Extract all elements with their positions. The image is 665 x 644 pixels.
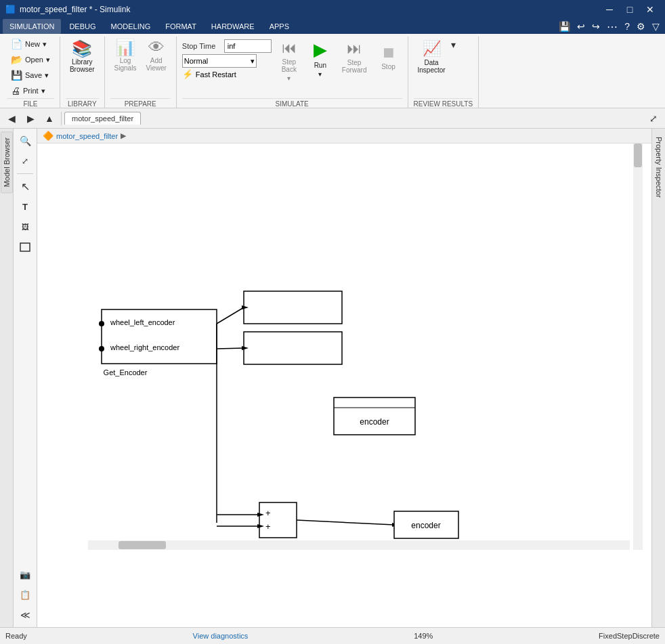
simulate-label: SIMULATE — [182, 98, 402, 108]
more-button[interactable]: ≪ — [16, 605, 35, 624]
encoder-display-label: encoder — [360, 417, 389, 427]
toolbar: ◀ ▶ ▲ motor_speed_filter ⤢ — [0, 108, 665, 129]
v-scrollbar-thumb[interactable] — [634, 144, 642, 167]
review-label: REVIEW RESULTS — [414, 98, 473, 108]
fit-view-button[interactable]: ⤢ — [16, 152, 35, 171]
simulation-mode: FixedStepDiscrete — [599, 632, 660, 640]
maximize-button[interactable]: □ — [620, 3, 639, 16]
tools-separator-1 — [17, 173, 33, 174]
data-inspector-button[interactable]: 📈 DataInspector — [414, 37, 450, 77]
step-forward-button[interactable]: ⏭ StepForward — [338, 37, 371, 77]
close-button[interactable]: ✕ — [641, 3, 660, 16]
svg-rect-0 — [20, 243, 30, 251]
breadcrumb: 🔶 motor_speed_filter ▶ — [37, 129, 651, 144]
zoom-fit-button[interactable]: 🔍 — [16, 131, 35, 150]
text-tool-button[interactable]: T — [16, 197, 35, 216]
print-icon: 🖨 — [11, 85, 20, 96]
stop-time-row: Stop Time — [182, 39, 272, 53]
port-dot-left1 — [99, 321, 104, 326]
window-title: motor_speed_filter * - Simulink — [20, 5, 130, 14]
review-buttons: 📈 DataInspector ▾ — [414, 37, 456, 98]
breadcrumb-model[interactable]: motor_speed_filter — [56, 132, 118, 140]
simulate-buttons: Stop Time Normal ▾ ⚡ Fast Restart — [182, 37, 402, 98]
minimize-button[interactable]: ─ — [600, 3, 619, 16]
library-buttons: 📚 LibraryBrowser — [66, 37, 99, 98]
model-tab[interactable]: motor_speed_filter — [64, 112, 141, 125]
model-icon: 🔶 — [43, 131, 53, 141]
titlebar: 🟦 motor_speed_filter * - Simulink ─ □ ✕ — [0, 0, 665, 19]
box-tool-button[interactable] — [16, 238, 35, 257]
box-icon — [20, 242, 30, 252]
step-back-button[interactable]: ⏮ StepBack ▾ — [276, 37, 303, 85]
file-label: FILE — [7, 98, 54, 108]
back-button[interactable]: ◀ — [3, 110, 20, 127]
canvas-scroll[interactable]: wheel_left_encoder wheel_right_encoder G… — [37, 144, 651, 627]
stop-button[interactable]: ⏹ Stop — [375, 37, 402, 77]
bottom-tools: 📷 📋 ≪ — [16, 565, 35, 624]
library-browser-button[interactable]: 📚 LibraryBrowser — [66, 37, 99, 77]
print-button[interactable]: 🖨 Print ▾ — [7, 83, 54, 98]
quick-undo-icon[interactable]: ↩ — [574, 20, 588, 33]
ribbon-content: 📄 New ▾ 📂 Open ▾ 💾 Save ▾ — [0, 34, 665, 108]
app-icon: 🟦 — [5, 5, 16, 14]
run-button[interactable]: ▶ Run ▾ — [307, 37, 334, 81]
ready-text: Ready — [5, 632, 27, 640]
quick-save-icon[interactable]: 💾 — [556, 20, 573, 33]
mode-select[interactable]: Normal ▾ — [182, 54, 257, 68]
hierarchy-button[interactable]: 📋 — [16, 585, 35, 604]
statusbar: Ready View diagnostics 149% FixedStepDis… — [0, 627, 665, 644]
stop-time-area: Stop Time Normal ▾ ⚡ Fast Restart — [182, 37, 272, 82]
titlebar-left: 🟦 motor_speed_filter * - Simulink — [5, 5, 130, 14]
data-inspector-icon: 📈 — [423, 40, 441, 58]
empty-block-1[interactable] — [244, 291, 342, 324]
ribbon-collapse-icon[interactable]: ▽ — [649, 20, 662, 33]
model-browser-tab[interactable]: Model Browser — [1, 131, 13, 193]
add-viewer-icon: 👁 — [148, 39, 165, 56]
library-browser-icon: 📚 — [72, 41, 92, 57]
run-icon: ▶ — [314, 39, 327, 60]
add-viewer-button[interactable]: 👁 AddViewer — [142, 37, 170, 74]
stop-time-label: Stop Time — [182, 42, 221, 50]
arrow-tool-button[interactable]: ↖ — [16, 177, 35, 196]
ribbon-group-prepare: 📊 LogSignals 👁 AddViewer PREPARE — [105, 37, 177, 108]
settings-icon[interactable]: ⚙ — [634, 20, 648, 33]
encoder-display-block[interactable] — [334, 398, 415, 435]
mode-row: Normal ▾ — [182, 54, 272, 68]
breadcrumb-arrow: ▶ — [121, 131, 126, 140]
stop-time-input[interactable] — [224, 39, 272, 53]
open-button[interactable]: 📂 Open ▾ — [7, 52, 54, 67]
h-scrollbar-thumb[interactable] — [119, 541, 166, 549]
log-signals-button[interactable]: 📊 LogSignals — [110, 37, 141, 74]
forward-button[interactable]: ▶ — [22, 110, 39, 127]
get-encoder-block[interactable] — [102, 309, 217, 364]
wire-sum-to-encoder — [297, 520, 394, 525]
sum-plus-2: + — [265, 521, 271, 532]
library-label: LIBRARY — [66, 98, 99, 108]
image-tool-button[interactable]: 🖼 — [16, 217, 35, 236]
empty-block-2[interactable] — [244, 332, 342, 364]
wire-right-encoder-bot — [217, 348, 244, 349]
menu-hardware[interactable]: HARDWARE — [205, 19, 261, 34]
view-diagnostics-link[interactable]: View diagnostics — [193, 632, 249, 640]
canvas-area[interactable]: 🔶 motor_speed_filter ▶ wheel_left_encode… — [37, 129, 651, 627]
up-button[interactable]: ▲ — [41, 110, 58, 127]
step-forward-icon: ⏭ — [347, 40, 362, 58]
screenshot-button[interactable]: 📷 — [16, 565, 35, 584]
menu-simulation[interactable]: SIMULATION — [3, 19, 61, 34]
new-button[interactable]: 📄 New ▾ — [7, 37, 54, 51]
quick-redo-icon[interactable]: ↪ — [589, 20, 603, 33]
help-icon[interactable]: ? — [622, 20, 632, 33]
menu-apps[interactable]: APPS — [263, 19, 296, 34]
save-button[interactable]: 💾 Save ▾ — [7, 68, 54, 83]
menu-modeling[interactable]: MODELING — [104, 19, 158, 34]
quick-expand-icon[interactable]: ⋯ — [604, 19, 620, 35]
menu-format[interactable]: FORMAT — [158, 19, 203, 34]
review-expand-icon[interactable]: ▾ — [451, 39, 456, 50]
expand-button[interactable]: ⤢ — [645, 110, 662, 127]
menu-debug[interactable]: DEBUG — [62, 19, 102, 34]
fast-restart-icon: ⚡ — [182, 69, 193, 79]
property-inspector-tab[interactable]: Property Inspector — [653, 131, 664, 203]
new-icon: 📄 — [11, 39, 22, 49]
v-scrollbar-bg — [633, 144, 643, 550]
log-signals-icon: 📊 — [115, 39, 135, 56]
